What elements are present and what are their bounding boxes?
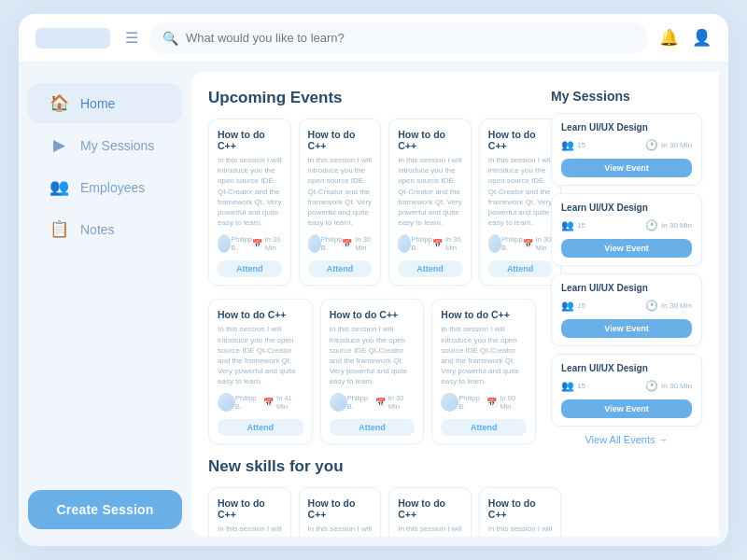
card-title: How to do C++: [398, 129, 462, 151]
event-card: How to do C++ In this session I will int…: [320, 299, 425, 444]
content-layout: Upcoming Events How to do C++ In this se…: [208, 89, 702, 537]
session-card-title: Learn UI/UX Design: [561, 122, 692, 133]
new-skills-cards: How to do C++ In this session I will int…: [208, 487, 536, 537]
attend-button[interactable]: Attend: [218, 419, 303, 436]
view-event-button[interactable]: View Event: [561, 239, 692, 258]
logo: [35, 28, 110, 49]
clock-icon: 🕐: [645, 219, 658, 231]
avatar: [330, 393, 347, 412]
card-desc: In this session I will introduce you the…: [308, 524, 373, 537]
session-participants: 👥 15: [561, 380, 585, 392]
card-desc: In this session I will introduce you the…: [218, 155, 282, 228]
card-footer: Philipp B. 📅 In 30 Min: [218, 234, 282, 253]
event-card: How to do C++ In this session I will int…: [208, 299, 313, 444]
clock-icon: 🕐: [645, 300, 658, 312]
sidebar-item-my-sessions[interactable]: ▶ My Sessions: [28, 125, 182, 165]
card-desc: In this session I will introduce you the…: [488, 524, 553, 537]
card-author: Philipp B.: [235, 394, 263, 411]
view-event-button[interactable]: View Event: [561, 319, 692, 338]
bell-icon[interactable]: 🔔: [659, 28, 679, 48]
sidebar-bottom: Create Session: [19, 490, 191, 529]
menu-icon[interactable]: ☰: [125, 29, 138, 47]
card-time: 📅 In 30 Min: [342, 235, 372, 252]
card-time: 📅 In 80 Min: [486, 394, 527, 411]
body: 🏠 Home ▶ My Sessions 👥 Employees 📋 Notes…: [19, 63, 728, 546]
card-title: How to do C++: [218, 129, 282, 151]
attend-button[interactable]: Attend: [488, 260, 553, 277]
attend-button[interactable]: Attend: [441, 419, 527, 436]
sidebar-item-label-notes: Notes: [80, 222, 115, 237]
session-card: Learn UI/UX Design 👥 15 🕐 In 30 Min: [551, 113, 702, 186]
event-card: How to do C++ In this session I will int…: [388, 119, 472, 286]
card-desc: In this session I will introduce you the…: [441, 324, 527, 386]
home-icon: 🏠: [49, 93, 69, 113]
calendar-icon: 📅: [263, 398, 274, 407]
card-desc: In this session I will introduce you the…: [398, 155, 462, 228]
header-right: 🔔 👤: [659, 28, 712, 48]
calendar-icon: 📅: [375, 398, 386, 407]
avatar: [398, 234, 411, 253]
card-desc: In this session I will introduce you the…: [218, 524, 282, 537]
search-icon: 🔍: [162, 31, 178, 46]
card-title: How to do C++: [441, 309, 527, 320]
event-card: How to do C++ In this session I will int…: [208, 119, 291, 286]
card-desc: In this session I will introduce you the…: [218, 324, 303, 386]
calendar-icon: 📅: [486, 398, 497, 407]
participants-icon: 👥: [561, 300, 574, 312]
session-card: Learn UI/UX Design 👥 15 🕐 In 30 Min: [551, 354, 702, 427]
event-card: How to do C++ In this session I will int…: [479, 119, 562, 286]
search-input[interactable]: [186, 31, 635, 45]
attend-button[interactable]: Attend: [398, 260, 462, 277]
event-card: How to do C++ In this session I will int…: [431, 299, 536, 444]
attend-button[interactable]: Attend: [218, 260, 282, 277]
calendar-icon: 📅: [342, 239, 352, 248]
header: ☰ 🔍 🔔 👤: [19, 14, 728, 63]
session-participants: 👥 15: [561, 139, 585, 151]
calendar-icon: 📅: [252, 239, 262, 248]
session-card-meta: 👥 15 🕐 In 30 Min: [561, 380, 692, 392]
avatar: [218, 393, 235, 412]
session-participants: 👥 15: [561, 300, 585, 312]
user-icon[interactable]: 👤: [692, 28, 712, 48]
session-card-title: Learn UI/UX Design: [561, 363, 692, 373]
participants-icon: 👥: [561, 219, 574, 231]
events-area: Upcoming Events How to do C++ In this se…: [208, 89, 536, 537]
card-author: Philipp B.: [501, 235, 523, 252]
card-author: Philipp B.: [231, 235, 252, 252]
card-footer: Philipp B. 📅 In 30 Min: [330, 393, 416, 412]
clock-icon: 🕐: [645, 380, 658, 392]
card-title: How to do C++: [218, 497, 282, 520]
app-container: ☰ 🔍 🔔 👤 🏠 Home ▶ My Sessions: [19, 14, 728, 546]
event-card: How to do C++ In this session I will int…: [208, 487, 291, 537]
card-desc: In this session I will introduce you the…: [398, 524, 462, 537]
play-icon: ▶: [49, 135, 69, 155]
card-time: 📅 In 41 Min: [263, 394, 303, 411]
create-session-button[interactable]: Create Session: [28, 490, 182, 529]
attend-button[interactable]: Attend: [330, 419, 416, 436]
view-all-events-link[interactable]: View All Events →: [551, 434, 702, 445]
card-title: How to do C++: [308, 497, 373, 520]
view-event-button[interactable]: View Event: [561, 159, 692, 177]
card-author: Philipp B.: [347, 394, 375, 411]
card-author: Philipp B.: [321, 235, 343, 252]
card-title: How to do C++: [218, 309, 303, 320]
sidebar-item-home[interactable]: 🏠 Home: [28, 83, 182, 123]
notes-icon: 📋: [49, 219, 69, 239]
sidebar-item-notes[interactable]: 📋 Notes: [28, 209, 182, 249]
session-card-meta: 👥 15 🕐 In 30 Min: [561, 300, 692, 312]
session-card-title: Learn UI/UX Design: [561, 203, 692, 213]
view-event-button[interactable]: View Event: [561, 399, 692, 418]
card-time: 📅 In 30 Min: [432, 235, 462, 252]
attend-button[interactable]: Attend: [308, 260, 373, 277]
sidebar: 🏠 Home ▶ My Sessions 👥 Employees 📋 Notes…: [19, 63, 191, 546]
card-time: 📅 In 30 Min: [375, 394, 416, 411]
avatar: [441, 393, 458, 412]
session-time: 🕐 In 30 Min: [645, 300, 692, 312]
card-title: How to do C++: [398, 497, 462, 520]
calendar-icon: 📅: [432, 239, 443, 248]
event-card: How to do C++ In this session I will int…: [299, 487, 382, 537]
sidebar-item-employees[interactable]: 👥 Employees: [28, 167, 182, 207]
card-title: How to do C++: [330, 309, 416, 320]
sidebar-nav: 🏠 Home ▶ My Sessions 👥 Employees 📋 Notes: [19, 83, 191, 490]
card-title: How to do C++: [308, 129, 373, 151]
